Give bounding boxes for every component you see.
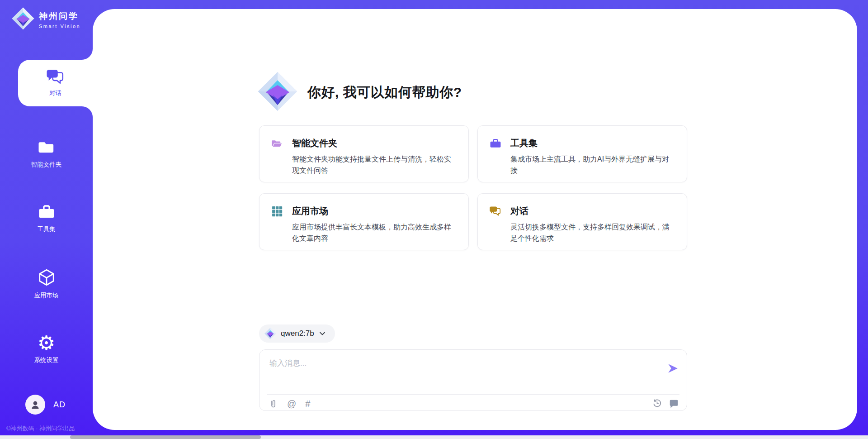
sidebar-item-chat[interactable]: 对话 (18, 60, 93, 106)
horizontal-scrollbar-thumb[interactable] (70, 435, 261, 439)
card-description: 集成市场上主流工具，助力AI与外界无缝扩展与对接 (510, 154, 675, 177)
model-name: qwen2:7b (281, 329, 314, 338)
hash-icon[interactable]: # (305, 399, 310, 409)
gear-icon: ⚙ (38, 331, 55, 354)
toolbox-icon (38, 214, 55, 222)
send-icon[interactable] (667, 363, 679, 374)
user-account[interactable]: AD (25, 395, 66, 415)
sidebar-item-toolset[interactable]: 工具集 (0, 203, 93, 234)
folder-icon (38, 149, 55, 157)
gem-logo-icon (258, 72, 297, 113)
person-icon (30, 399, 41, 410)
sidebar-item-app-market[interactable]: 应用市场 (0, 268, 93, 300)
sidebar-item-label: 智能文件夹 (0, 161, 93, 169)
active-tab-bottom-curve (82, 106, 93, 117)
composer-divider (267, 394, 679, 395)
horizontal-scrollbar-track[interactable] (0, 435, 868, 439)
greeting-title: 你好, 我可以如何帮助你? (307, 83, 462, 102)
sidebar-item-label: 工具集 (0, 225, 93, 234)
greeting-block: 你好, 我可以如何帮助你? (258, 72, 462, 113)
toolbox-icon (490, 138, 501, 149)
attachment-icon[interactable] (269, 399, 278, 409)
comment-icon[interactable] (669, 399, 679, 408)
chevron-down-icon (319, 330, 326, 337)
chat-icon (490, 206, 501, 216)
card-description: 应用市场提供丰富长文本模板，助力高效生成多样化文章内容 (292, 222, 457, 244)
history-icon[interactable] (652, 399, 662, 408)
sidebar-item-label: 对话 (49, 89, 61, 97)
card-toolset[interactable]: 工具集 集成市场上主流工具，助力AI与外界无缝扩展与对接 (477, 125, 687, 182)
chat-icon (47, 69, 65, 86)
main-panel: 你好, 我可以如何帮助你? 智能文件夹 智能文件夹功能支持批量文件上传与清洗，轻… (93, 9, 857, 430)
active-tab-top-curve (82, 49, 93, 60)
sidebar-item-settings[interactable]: ⚙ 系统设置 (0, 333, 93, 364)
mention-icon[interactable]: @ (287, 399, 296, 409)
app-logo: 神州问学 Smart Vision (12, 7, 80, 32)
copyright-footer: ©神州数码 · 神州问学出品 (6, 425, 75, 433)
sidebar-item-label: 系统设置 (0, 356, 93, 364)
sidebar-item-smart-folder[interactable]: 智能文件夹 (0, 138, 93, 169)
card-title: 智能文件夹 (292, 137, 337, 149)
card-chat[interactable]: 对话 灵活切换多模型文件，支持多样回复效果调试，满足个性化需求 (477, 193, 687, 250)
sidebar-item-label: 应用市场 (0, 291, 93, 300)
grid-icon (271, 205, 283, 217)
card-title: 工具集 (510, 137, 538, 149)
model-selector[interactable]: qwen2:7b (259, 324, 335, 343)
avatar (25, 395, 45, 415)
card-smart-folder[interactable]: 智能文件夹 智能文件夹功能支持批量文件上传与清洗，轻松实现文件问答 (259, 125, 469, 182)
gem-logo-icon (12, 7, 34, 32)
app-name: 神州问学 (39, 10, 80, 22)
card-description: 智能文件夹功能支持批量文件上传与清洗，轻松实现文件问答 (292, 154, 457, 177)
card-title: 应用市场 (292, 205, 328, 217)
folder-open-icon (271, 138, 283, 149)
message-composer: 输入消息... @ # (259, 349, 687, 411)
card-title: 对话 (510, 205, 528, 217)
gem-logo-icon (264, 328, 276, 339)
user-initials: AD (53, 400, 66, 410)
cube-icon (38, 280, 56, 288)
app-subtitle: Smart Vision (39, 24, 80, 29)
card-app-market[interactable]: 应用市场 应用市场提供丰富长文本模板，助力高效生成多样化文章内容 (259, 193, 469, 250)
message-input[interactable]: 输入消息... (269, 358, 660, 368)
card-description: 灵活切换多模型文件，支持多样回复效果调试，满足个性化需求 (510, 222, 675, 244)
